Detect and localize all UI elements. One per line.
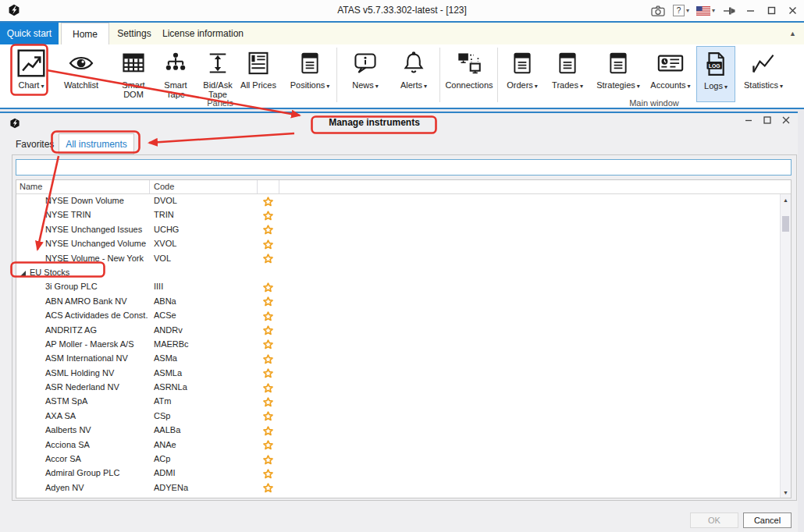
strategies-button[interactable]: Strategies▾	[590, 46, 646, 102]
instrument-name: NYSE Unchanged Issues	[16, 225, 148, 234]
instrument-search-input[interactable]	[16, 159, 792, 176]
instrument-code: ASMLa	[154, 368, 255, 378]
favorite-star[interactable]	[257, 455, 279, 465]
vertical-scrollbar[interactable]: ▲ ▼	[780, 194, 791, 498]
atas-logo-icon	[9, 118, 20, 132]
scrollbar-thumb[interactable]	[782, 216, 789, 232]
instrument-row[interactable]: AXA SACSp	[16, 410, 791, 424]
favorite-star[interactable]	[257, 354, 279, 364]
favorite-star[interactable]	[257, 325, 279, 335]
instrument-row[interactable]: ASML Holding NVASMLa	[16, 367, 791, 381]
camera-icon[interactable]	[650, 5, 666, 17]
favorite-star[interactable]	[257, 383, 279, 393]
instrument-row[interactable]: ABN AMRO Bank NVABNa	[16, 295, 791, 309]
close-button[interactable]	[785, 4, 799, 18]
bid-ask-tape-button[interactable]: Bid/Ask Tape	[197, 46, 239, 102]
tab-favorites[interactable]: Favorites	[16, 133, 54, 154]
favorite-star-icon	[263, 411, 273, 421]
favorite-star-icon	[263, 426, 273, 436]
instrument-row[interactable]: ASM International NVASMa	[16, 352, 791, 366]
favorite-star[interactable]	[257, 197, 279, 207]
help-menu[interactable]: ? ▾	[673, 5, 689, 16]
instrument-row-partial[interactable]	[16, 495, 791, 498]
favorite-star[interactable]	[257, 211, 279, 221]
statistics-button[interactable]: Statistics▾	[737, 46, 790, 102]
smart-dom-button[interactable]: Smart DOM	[111, 46, 156, 102]
column-header-name[interactable]: Name	[20, 182, 42, 191]
favorite-star[interactable]	[257, 498, 279, 498]
column-header-code[interactable]: Code	[154, 182, 174, 191]
tab-all-instruments[interactable]: All instruments	[59, 133, 134, 154]
language-selector[interactable]: ▾	[696, 6, 715, 16]
scroll-up-icon[interactable]: ▲	[781, 194, 791, 205]
instrument-row[interactable]: ASR Nederland NVASRNLa	[16, 381, 791, 395]
favorite-star[interactable]	[257, 311, 279, 321]
favorite-star[interactable]	[257, 411, 279, 421]
maximize-button[interactable]	[764, 4, 778, 18]
instrument-name: NYSE Down Volume	[16, 196, 148, 205]
chart-button[interactable]: Chart▾	[12, 46, 50, 102]
favorite-star-icon	[263, 239, 273, 250]
instrument-row[interactable]: ACS Actividades de Const...ACSe	[16, 309, 791, 323]
favorite-star[interactable]	[257, 368, 279, 378]
minimize-button[interactable]	[743, 4, 757, 18]
dialog-maximize-button[interactable]	[763, 116, 771, 124]
tab-home[interactable]: Home	[61, 23, 109, 44]
trades-button[interactable]: Trades▾	[545, 46, 590, 102]
watchlist-button[interactable]: Watchlist	[56, 46, 106, 102]
favorite-star[interactable]	[257, 469, 279, 479]
news-button[interactable]: News▾	[342, 46, 389, 102]
pin-icon[interactable]	[722, 5, 736, 17]
dialog-close-button[interactable]	[782, 116, 790, 124]
instrument-row[interactable]: ANDRITZ AGANDRv	[16, 324, 791, 338]
alerts-button[interactable]: Alerts▾	[389, 46, 439, 102]
instrument-row[interactable]: Admiral Group PLCADMI	[16, 466, 791, 481]
favorite-star[interactable]	[257, 239, 279, 250]
connections-button[interactable]: Connections	[442, 46, 496, 102]
logs-button[interactable]: LOG Logs▾	[696, 46, 735, 102]
favorite-star[interactable]	[257, 483, 279, 493]
instrument-row[interactable]: ASTM SpAATm	[16, 395, 791, 409]
instrument-row[interactable]: Accor SAACp	[16, 452, 791, 466]
main-titlebar: ATAS v5.7.33.302-latest - [123] ? ▾ ▾	[0, 0, 804, 21]
instrument-code: ACp	[154, 454, 255, 463]
collapse-ribbon-icon[interactable]: ▲	[789, 30, 796, 37]
instrument-row[interactable]: NYSE Unchanged IssuesUCHG	[16, 223, 791, 237]
tab-quick-start[interactable]: Quick start	[0, 23, 59, 44]
instrument-row[interactable]: Aalberts NVAALBa	[16, 424, 791, 438]
tab-settings[interactable]: Settings	[109, 23, 159, 44]
favorite-star[interactable]	[257, 296, 279, 307]
dom-grid-icon	[120, 46, 147, 80]
instrument-row[interactable]: Adyen NVADYENa	[16, 481, 791, 495]
instrument-row[interactable]: 3i Group PLCIIII	[16, 280, 791, 294]
instrument-row[interactable]: NYSE Volume - New YorkVOL	[16, 252, 791, 266]
instrument-code: IIII	[154, 282, 255, 291]
favorite-star[interactable]	[257, 254, 279, 264]
positions-button[interactable]: Positions▾	[281, 46, 339, 102]
accounts-button[interactable]: Accounts▾	[646, 46, 695, 102]
instrument-row[interactable]: Acciona SAANAe	[16, 438, 791, 452]
dialog-minimize-button[interactable]	[745, 116, 752, 124]
smart-tape-button[interactable]: Smart Tape	[155, 46, 197, 102]
favorite-star[interactable]	[257, 397, 279, 407]
instrument-row[interactable]: AP Moller - Maersk A/SMAERBc	[16, 338, 791, 352]
favorite-star[interactable]	[257, 225, 279, 235]
favorite-star[interactable]	[257, 282, 279, 293]
instrument-code: XVOL	[154, 239, 255, 248]
favorite-star[interactable]	[257, 440, 279, 450]
cancel-button[interactable]: Cancel	[743, 512, 792, 528]
instrument-name: ACS Actividades de Const...	[16, 310, 148, 320]
tab-license-information[interactable]: License information	[159, 23, 247, 44]
favorite-star[interactable]	[257, 339, 279, 349]
instrument-row[interactable]: NYSE Unchanged VolumeXVOL	[16, 237, 791, 251]
instrument-group-row[interactable]: EU Stocks	[16, 266, 791, 280]
notebook-icon	[556, 46, 579, 80]
all-prices-button[interactable]: All Prices	[239, 46, 278, 102]
favorite-star[interactable]	[257, 426, 279, 436]
instrument-row[interactable]: NYSE TRINTRIN	[16, 208, 791, 222]
instrument-row[interactable]: NYSE Down VolumeDVOL	[16, 194, 791, 208]
dialog-titlebar: Manage instruments	[0, 113, 798, 133]
scroll-down-icon[interactable]: ▼	[781, 487, 791, 498]
orders-button[interactable]: Orders▾	[500, 46, 545, 102]
ok-button[interactable]: OK	[690, 512, 738, 528]
